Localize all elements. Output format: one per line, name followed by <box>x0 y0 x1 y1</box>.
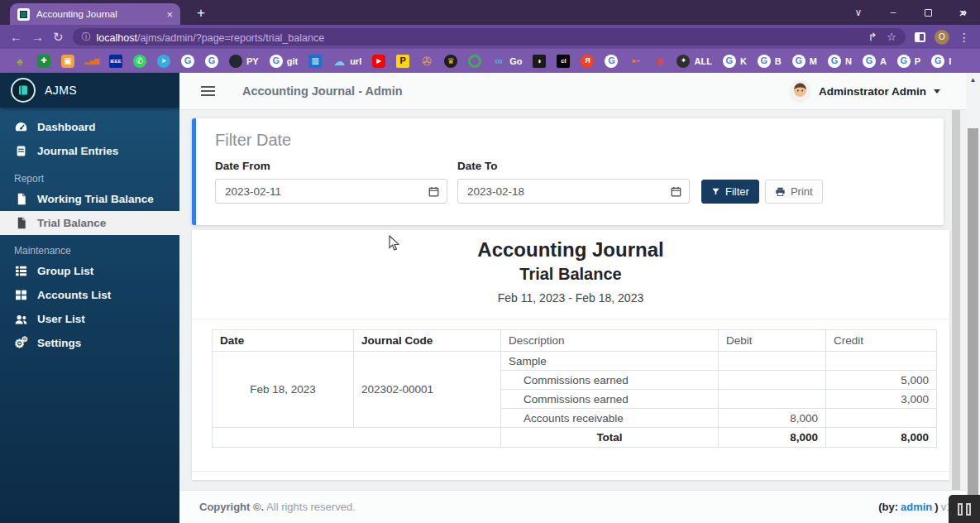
sidebar-item-journal-entries[interactable]: Journal Entries <box>0 139 179 163</box>
sidebar-item-settings[interactable]: ⚙⚙ Settings <box>0 331 179 355</box>
forward-button[interactable]: → <box>31 31 44 43</box>
bookmark-icon: IEEE <box>109 55 122 68</box>
browser-menu-icon[interactable]: ⋮ <box>958 31 970 44</box>
filter-card: Filter Date Date From Date To <box>192 118 944 225</box>
file-icon <box>14 217 28 229</box>
back-button[interactable]: ← <box>10 31 22 43</box>
page-footer: Copyright ©. All rights reserved. (by: a… <box>179 490 980 523</box>
date-to-field[interactable] <box>457 179 690 204</box>
godaddy-bookmark[interactable]: ∞ Go <box>492 55 522 68</box>
whatsapp-bookmark[interactable]: ✆ <box>133 55 146 68</box>
google-m-bookmark[interactable]: G M <box>792 55 817 68</box>
google-bookmark[interactable]: G <box>205 55 218 68</box>
browser-tab[interactable]: Accounting Journal × <box>10 3 180 25</box>
tab-close-icon[interactable]: × <box>166 8 173 21</box>
ieee-bookmark[interactable]: IEEE <box>109 55 122 68</box>
line-debit: 8,000 <box>719 409 826 428</box>
sidebar-item-group-list[interactable]: Group List <box>0 259 179 283</box>
reload-button[interactable]: ↻ <box>53 31 64 43</box>
sidebar-item-label: Group List <box>37 265 93 277</box>
youtube-bookmark[interactable]: ▶ <box>372 55 385 68</box>
sidebar-item-working-trial-balance[interactable]: Working Trial Balance <box>0 187 179 211</box>
restore-button[interactable] <box>911 0 945 25</box>
google-p-bookmark[interactable]: G P <box>897 55 920 68</box>
user-menu[interactable]: Adminstrator Admin <box>789 80 940 103</box>
share-icon[interactable]: ↱ <box>868 31 877 43</box>
bookmark-label: N <box>845 56 852 66</box>
print-button[interactable]: Print <box>765 180 823 204</box>
scroll-up-arrow-icon[interactable]: ▲ <box>966 73 980 86</box>
browser-scrollbar-thumb[interactable] <box>968 128 978 523</box>
dart-bookmark[interactable]: ➵ <box>629 55 642 68</box>
bookmark-icon: ♛ <box>444 55 457 68</box>
line-debit <box>719 352 826 371</box>
browser-toolbar: ← → ↻ ⓘ localhost/ajms/admin/?page=repor… <box>0 25 980 49</box>
profile-avatar[interactable]: O <box>935 30 949 45</box>
duck-bookmark[interactable]: ◗ <box>533 55 546 68</box>
cl-bookmark[interactable]: cl <box>557 55 570 68</box>
sidebar-item-accounts-list[interactable]: Accounts List <box>0 283 179 307</box>
date-to-input[interactable] <box>466 185 631 199</box>
google-k-bookmark[interactable]: G K <box>723 55 747 68</box>
gallery-bookmark[interactable]: ▥ <box>308 55 322 68</box>
minimize-button[interactable]: – <box>876 0 911 25</box>
google-n-bookmark[interactable]: G N <box>828 55 852 68</box>
red-camera-bookmark[interactable]: ◉ <box>653 55 666 68</box>
crown-bookmark[interactable]: ♛ <box>444 55 457 68</box>
bookmark-label: git <box>287 56 298 66</box>
table-icon <box>14 290 28 300</box>
browser-scrollbar[interactable]: ▲ <box>966 73 980 523</box>
content-area: Filter Date Date From Date To <box>179 110 960 490</box>
sidebar-item-dashboard[interactable]: Dashboard <box>0 115 179 139</box>
window-controls: ∨ – × <box>841 0 980 25</box>
content-scrollbar-thumb[interactable] <box>952 110 960 490</box>
cloud-url-bookmark[interactable]: ☁ url <box>332 55 361 68</box>
filter-button[interactable]: Filter <box>701 180 759 204</box>
green-ring-bookmark[interactable] <box>468 55 481 68</box>
content-scrollbar[interactable] <box>952 110 960 490</box>
site-info-icon[interactable]: ⓘ <box>82 31 91 43</box>
pause-button[interactable] <box>949 495 980 523</box>
google-a-bookmark[interactable]: G A <box>863 55 887 68</box>
google-bookmark[interactable]: G <box>605 55 618 68</box>
github-py-bookmark[interactable]: PY <box>229 55 259 68</box>
google-b-bookmark[interactable]: G B <box>758 55 782 68</box>
sidebar-brand[interactable]: AJMS <box>0 73 179 108</box>
date-from-field[interactable] <box>215 179 447 204</box>
bookmark-icon: ➤ <box>157 55 170 68</box>
bookmark-star-icon[interactable]: ☆ <box>887 31 896 43</box>
google-git-bookmark[interactable]: G git <box>270 55 298 68</box>
movie-camera-bookmark[interactable]: ✇ <box>420 55 433 68</box>
date-from-label: Date From <box>215 160 447 172</box>
page-header: Accounting Journal - Admin Adminstrator … <box>179 73 980 110</box>
analytics-bookmark[interactable]: ▂▄▆ <box>85 55 98 68</box>
sidebar-item-user-list[interactable]: User List <box>0 307 179 331</box>
total-credit: 8,000 <box>826 428 937 448</box>
orange-app-bookmark[interactable]: ▣ <box>61 55 74 68</box>
admin-link[interactable]: admin <box>901 501 932 513</box>
sheets-bookmark[interactable]: ✚ <box>37 55 50 68</box>
tab-search-icon[interactable]: ∨ <box>841 0 876 25</box>
sidebar-item-trial-balance[interactable]: Trial Balance <box>0 211 179 235</box>
google-i-bookmark[interactable]: G I <box>931 55 951 68</box>
bookmark-icon: G <box>792 55 806 68</box>
p-yellow-bookmark[interactable]: P <box>396 55 409 68</box>
page-title: Accounting Journal - Admin <box>242 84 403 98</box>
bookmarks-overflow-chevron[interactable]: » <box>961 0 967 24</box>
google-bookmark[interactable]: G <box>181 55 194 68</box>
total-empty-cell <box>213 428 501 448</box>
new-tab-button[interactable]: + <box>197 5 205 22</box>
leaf-bookmark[interactable]: ♠ <box>13 55 26 68</box>
sidebar-toggle-icon[interactable] <box>201 86 215 96</box>
address-bar[interactable]: ⓘ localhost/ajms/admin/?page=reports/tri… <box>73 28 906 46</box>
telegram-bookmark[interactable]: ➤ <box>157 55 170 68</box>
date-from-input[interactable] <box>223 185 389 199</box>
globe-all-bookmark[interactable]: ✦ ALL <box>676 55 711 68</box>
bookmark-icon: ▣ <box>61 55 74 68</box>
bookmarks-bar: ♠ ✚ ▣ ▂▄▆ IEEE ✆ <box>0 49 980 73</box>
report-card: Accounting Journal Trial Balance Feb 11,… <box>192 230 949 480</box>
yandex-bookmark[interactable]: Я <box>581 55 594 68</box>
bookmark-label: I <box>949 56 951 66</box>
side-panel-icon[interactable] <box>915 32 925 42</box>
bookmark-label: M <box>810 56 817 66</box>
